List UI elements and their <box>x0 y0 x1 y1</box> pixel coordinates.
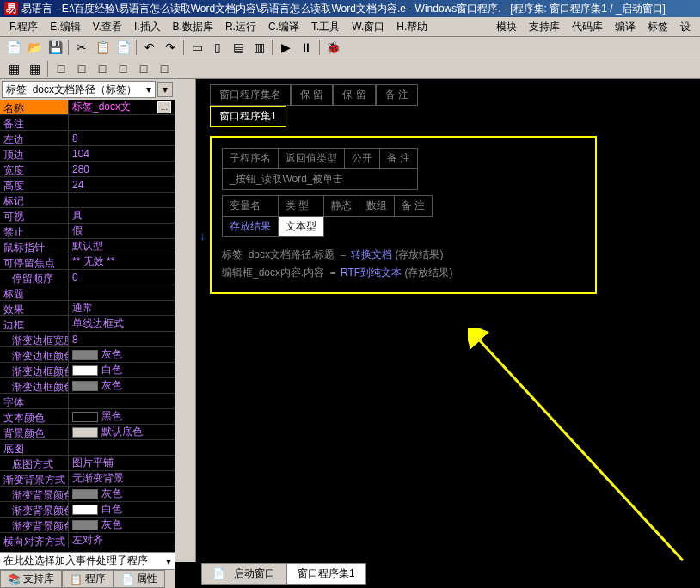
procset-header-name[interactable]: 窗口程序集名 <box>210 84 291 106</box>
tab-property[interactable]: 📄 属性 <box>114 570 165 588</box>
prop-row-font[interactable]: 字体 <box>0 394 175 409</box>
prop-row-effect[interactable]: 效果通常 <box>0 301 175 316</box>
code-body[interactable]: 标签_docx文档路径.标题 ＝ 转换文档 (存放结果) 编辑框_docx内容.… <box>222 246 585 282</box>
prop-row-bgcolor[interactable]: 背景颜色默认底色 <box>0 425 175 440</box>
selector-expand-button[interactable]: ▾ <box>157 82 173 97</box>
menu-tools[interactable]: T.工具 <box>306 18 345 36</box>
var-col-name[interactable]: 变量名 <box>223 196 279 217</box>
align-button-1[interactable]: □ <box>52 59 71 78</box>
align-button-6[interactable]: □ <box>155 59 174 78</box>
prop-row-align[interactable]: 横向对齐方式左对齐 <box>0 533 175 548</box>
prop-row-gradbgc2[interactable]: 渐变背景颜色白色 <box>0 502 175 518</box>
prop-row-gradcolor1[interactable]: 渐变边框颜色灰色 <box>0 347 175 363</box>
grid-button-1[interactable]: ▦ <box>4 59 23 78</box>
save-button[interactable]: 💾 <box>46 38 64 57</box>
layout-button-1[interactable]: ▭ <box>187 38 206 57</box>
prop-row-gradcolor2[interactable]: 渐变边框颜色白色 <box>0 363 175 378</box>
prop-row-width[interactable]: 宽度280 <box>0 162 175 177</box>
menu-window[interactable]: W.窗口 <box>347 18 390 36</box>
paste-button[interactable]: 📄 <box>114 38 132 57</box>
prop-row-gradwidth[interactable]: 渐变边框宽度8 <box>0 332 175 347</box>
menu-settings[interactable]: 设 <box>675 18 696 36</box>
layout-button-3[interactable]: ▤ <box>229 38 248 57</box>
menu-view[interactable]: V.查看 <box>88 18 127 36</box>
align-button-4[interactable]: □ <box>114 59 132 78</box>
prop-row-title[interactable]: 标题 <box>0 285 175 301</box>
procset-header-keep2[interactable]: 保 留 <box>333 84 375 106</box>
menu-edit[interactable]: E.编辑 <box>45 18 85 36</box>
var-type[interactable]: 文本型 <box>279 217 324 237</box>
tab-support[interactable]: 📚 支持库 <box>0 570 62 588</box>
layout-button-2[interactable]: ▯ <box>208 38 227 57</box>
align-button-5[interactable]: □ <box>134 59 153 78</box>
grid-button-2[interactable]: ▦ <box>25 59 44 78</box>
prop-row-gradcolor3[interactable]: 渐变边框颜色灰色 <box>0 378 175 394</box>
menu-label[interactable]: 标签 <box>642 18 673 36</box>
pause-button[interactable]: ⏸ <box>297 38 316 57</box>
open-button[interactable]: 📂 <box>25 38 44 57</box>
menu-codebank[interactable]: 代码库 <box>567 18 608 36</box>
prop-value: 图片平铺 <box>69 456 175 470</box>
menu-help[interactable]: H.帮助 <box>391 18 433 36</box>
menu-program[interactable]: F.程序 <box>4 18 43 36</box>
prop-row-stoporder[interactable]: 停留顺序0 <box>0 270 175 285</box>
cut-button[interactable]: ✂ <box>72 38 91 57</box>
menu-module[interactable]: 模块 <box>491 18 522 36</box>
align-button-3[interactable]: □ <box>93 59 112 78</box>
menu-database[interactable]: B.数据库 <box>168 18 218 36</box>
redo-button[interactable]: ↷ <box>161 38 180 57</box>
tab-program[interactable]: 📋 程序 <box>62 570 114 588</box>
undo-button[interactable]: ↶ <box>140 38 159 57</box>
prop-row-height[interactable]: 高度24 <box>0 177 175 193</box>
align-button-2[interactable]: □ <box>72 59 91 78</box>
prop-row-name[interactable]: 名称 标签_docx文… <box>0 100 175 115</box>
code-editor[interactable]: 窗口程序集名 保 留 保 留 备 注 窗口程序集1 子程序名 返回值类型 公开 … <box>210 84 693 562</box>
prop-row-border[interactable]: 边框单线边框式 <box>0 316 175 332</box>
proc-col-public[interactable]: 公开 <box>345 149 380 169</box>
var-col-type[interactable]: 类 型 <box>279 196 324 217</box>
prop-row-mark[interactable]: 标记 <box>0 193 175 208</box>
var-col-static[interactable]: 静态 <box>324 196 359 217</box>
prop-row-disabled[interactable]: 禁止假 <box>0 224 175 239</box>
proc-col-return[interactable]: 返回值类型 <box>279 149 345 169</box>
var-name[interactable]: 存放结果 <box>223 217 279 237</box>
property-grid[interactable]: 名称 标签_docx文… 备注 左边8 顶边104 宽度280 高度24 标记 … <box>0 100 175 552</box>
procset-header-remark[interactable]: 备 注 <box>376 84 418 106</box>
proc-col-name[interactable]: 子程序名 <box>223 149 279 169</box>
code-line-2[interactable]: 编辑框_docx内容.内容 ＝ RTF到纯文本 (存放结果) <box>222 264 585 282</box>
menu-compile2[interactable]: 编译 <box>610 18 641 36</box>
prop-row-textcolor[interactable]: 文本颜色黑色 <box>0 409 175 425</box>
copy-button[interactable]: 📋 <box>93 38 112 57</box>
prop-row-left[interactable]: 左边8 <box>0 131 175 146</box>
event-selector[interactable]: 在此处选择加入事件处理子程序 ▾ <box>0 552 175 569</box>
procset-active[interactable]: 窗口程序集1 <box>210 106 286 127</box>
menu-run[interactable]: R.运行 <box>220 18 261 36</box>
layout-button-4[interactable]: ▥ <box>249 38 268 57</box>
prop-row-stop[interactable]: 可停留焦点** 无效 ** <box>0 254 175 270</box>
prop-row-bgstyle[interactable]: 底图方式图片平铺 <box>0 456 175 471</box>
code-line-1[interactable]: 标签_docx文档路径.标题 ＝ 转换文档 (存放结果) <box>222 246 585 264</box>
tab-start-window[interactable]: 📄 _启动窗口 <box>201 563 286 585</box>
prop-row-gradbgc3[interactable]: 渐变背景颜色灰色 <box>0 518 175 533</box>
prop-row-remark[interactable]: 备注 <box>0 115 175 131</box>
prop-row-mouse[interactable]: 鼠标指针默认型 <box>0 239 175 254</box>
var-col-array[interactable]: 数组 <box>359 196 395 217</box>
proc-col-remark[interactable]: 备 注 <box>380 149 418 169</box>
new-button[interactable]: 📄 <box>4 38 23 57</box>
prop-row-top[interactable]: 顶边104 <box>0 146 175 162</box>
menu-insert[interactable]: I.插入 <box>129 18 166 36</box>
prop-row-gradbgc1[interactable]: 渐变背景颜色灰色 <box>0 487 175 502</box>
procset-header-keep1[interactable]: 保 留 <box>291 84 333 106</box>
menu-compile[interactable]: C.编译 <box>263 18 304 36</box>
prop-row-bgimage[interactable]: 底图 <box>0 440 175 456</box>
prop-row-visible[interactable]: 可视真 <box>0 208 175 224</box>
prop-row-gradbg[interactable]: 渐变背景方式无渐变背景 <box>0 471 175 487</box>
debug-button[interactable]: 🐞 <box>323 38 342 57</box>
tab-window-procset[interactable]: 窗口程序集1 <box>286 563 366 585</box>
control-selector[interactable]: 标签_docx文档路径（标签） ▾ <box>2 81 156 98</box>
procedure-name[interactable]: _按钮_读取Word_被单击 <box>223 169 418 190</box>
dots-button[interactable]: … <box>157 101 171 113</box>
menu-support[interactable]: 支持库 <box>524 18 565 36</box>
run-button[interactable]: ▶ <box>276 38 295 57</box>
var-col-remark[interactable]: 备 注 <box>395 196 433 217</box>
